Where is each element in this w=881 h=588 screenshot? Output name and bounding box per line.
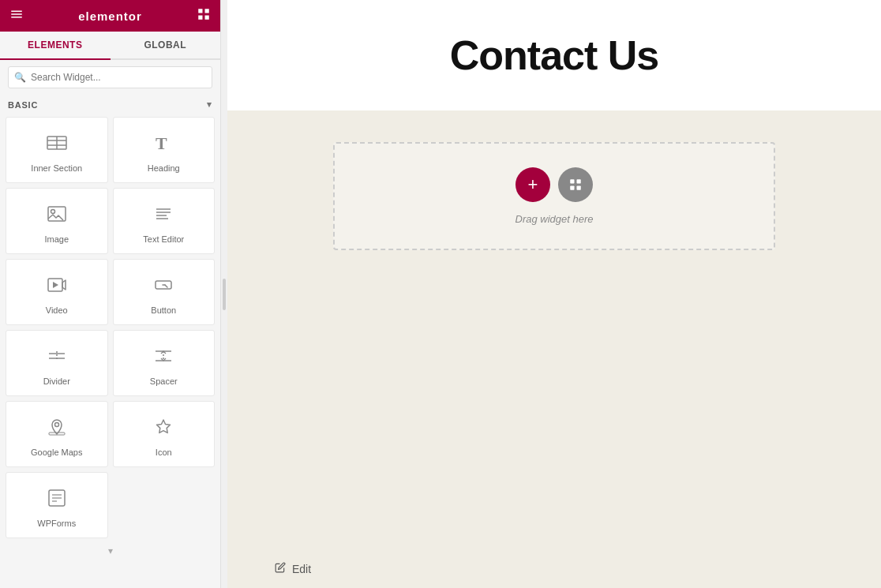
svg-rect-25 (570, 179, 574, 183)
widget-button[interactable]: Button (113, 259, 216, 325)
widget-video-label: Video (46, 305, 68, 315)
widget-grid: Inner Section T Heading (0, 114, 220, 541)
svg-marker-12 (53, 282, 58, 288)
widget-text-editor-label: Text Editor (143, 234, 184, 244)
search-icon: 🔍 (14, 72, 26, 83)
basic-section-label: BASIC (8, 100, 38, 110)
left-panel: elementor ELEMENTS GLOBAL 🔍 BASIC ▾ (0, 0, 221, 588)
widget-picker-button[interactable] (558, 167, 593, 202)
scroll-down-indicator: ▾ (0, 541, 220, 561)
drop-zone-container: + Drag widget here (227, 110, 881, 549)
drop-zone-buttons: + (515, 167, 593, 202)
svg-rect-5 (48, 207, 66, 221)
widget-icon[interactable]: Icon (113, 401, 216, 467)
widget-heading-label: Heading (148, 163, 180, 173)
button-icon (152, 274, 174, 299)
edit-label[interactable]: Edit (292, 563, 311, 575)
widget-google-maps[interactable]: Google Maps (6, 401, 108, 467)
widget-button-label: Button (151, 305, 176, 315)
edit-bar: Edit (227, 549, 881, 588)
svg-rect-27 (570, 186, 574, 190)
search-bar: 🔍 (0, 60, 220, 95)
edit-icon (275, 562, 286, 575)
top-bar: elementor (0, 0, 220, 32)
page-title: Contact Us (275, 32, 834, 79)
image-icon (46, 203, 68, 228)
drop-zone[interactable]: + Drag widget here (333, 142, 775, 250)
page-heading-area: Contact Us (227, 0, 881, 110)
svg-text:T: T (156, 133, 167, 153)
svg-point-6 (51, 210, 54, 214)
widget-inner-section[interactable]: Inner Section (6, 117, 108, 183)
svg-rect-28 (577, 186, 581, 190)
elementor-logo: elementor (78, 9, 142, 23)
widget-spacer[interactable]: Spacer (113, 330, 216, 396)
inner-section-icon (46, 132, 68, 157)
wpforms-icon (46, 487, 68, 512)
widget-icon-label: Icon (156, 448, 172, 457)
widget-wpforms[interactable]: WPForms (6, 472, 108, 538)
resize-handle[interactable] (221, 0, 227, 588)
video-icon (46, 274, 68, 299)
widget-spacer-label: Spacer (150, 376, 178, 386)
divider-icon (46, 345, 68, 370)
tab-global[interactable]: GLOBAL (111, 32, 221, 58)
chevron-down-icon: ▾ (207, 99, 212, 110)
add-widget-button[interactable]: + (515, 167, 550, 202)
widget-heading[interactable]: T Heading (113, 117, 216, 183)
heading-icon: T (152, 132, 174, 157)
widget-google-maps-label: Google Maps (31, 448, 82, 457)
svg-rect-26 (577, 179, 581, 183)
svg-point-19 (54, 423, 58, 427)
spacer-icon (152, 345, 174, 370)
widgets-scroll-area: BASIC ▾ Inner Section (0, 95, 220, 588)
widget-image[interactable]: Image (6, 188, 108, 254)
widget-text-editor[interactable]: Text Editor (113, 188, 216, 254)
grid-icon[interactable] (197, 7, 211, 24)
text-editor-icon (152, 203, 174, 228)
basic-section-header[interactable]: BASIC ▾ (0, 95, 220, 114)
widget-inner-section-label: Inner Section (31, 163, 82, 173)
tab-elements[interactable]: ELEMENTS (0, 32, 111, 60)
widget-video[interactable]: Video (6, 259, 108, 325)
search-input[interactable] (8, 66, 212, 88)
panel-tabs: ELEMENTS GLOBAL (0, 32, 220, 60)
widget-divider[interactable]: Divider (6, 330, 108, 396)
google-maps-icon (46, 416, 68, 441)
widget-divider-label: Divider (43, 376, 70, 386)
widget-image-label: Image (44, 234, 69, 244)
menu-icon[interactable] (9, 7, 24, 24)
drag-hint: Drag widget here (515, 213, 594, 225)
main-canvas: Contact Us + Drag widget here (227, 0, 881, 588)
widget-wpforms-label: WPForms (37, 519, 76, 528)
icon-icon (152, 416, 174, 441)
